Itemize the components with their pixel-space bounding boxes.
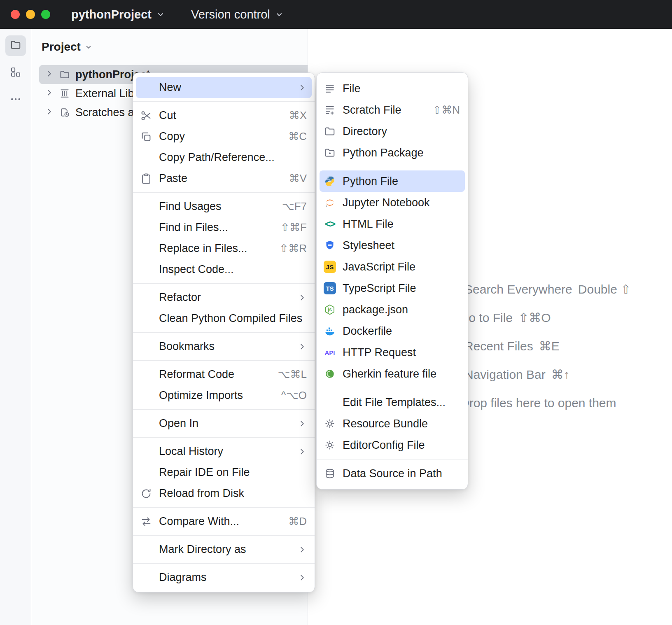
new-submenu: File Scratch File ⇧⌘N Directory Python P… [316, 72, 468, 490]
menu-separator [133, 409, 315, 410]
copy-icon [139, 130, 153, 144]
project-tool-window-button[interactable] [5, 35, 26, 56]
menu-item-repair-ide-on-file[interactable]: Repair IDE on File [136, 462, 312, 483]
submenu-item-http-request[interactable]: API HTTP Request [320, 342, 465, 363]
gear-icon [323, 438, 337, 452]
tool-window-strip [0, 29, 31, 625]
menu-item-reformat-code[interactable]: Reformat Code ⌥⌘L [136, 364, 312, 385]
chevron-right-icon [298, 293, 307, 302]
menu-item-diagrams[interactable]: Diagrams [136, 567, 312, 588]
structure-tool-window-button[interactable] [5, 63, 26, 83]
chevron-down-icon [156, 9, 166, 19]
folder-icon [59, 69, 70, 80]
scratch-file-icon [323, 103, 337, 117]
menu-item-copy-path-reference[interactable]: Copy Path/Reference... [136, 147, 312, 168]
node-hexagon-icon: js [323, 303, 337, 317]
submenu-item-directory[interactable]: Directory [320, 121, 465, 142]
gherkin-icon [323, 367, 337, 381]
submenu-item-javascript-file[interactable]: JS JavaScript File [320, 256, 465, 278]
minimize-button[interactable] [26, 10, 35, 19]
submenu-item-html-file[interactable]: <> HTML File [320, 213, 465, 235]
menu-item-optimize-imports[interactable]: Optimize Imports ^⌥O [136, 385, 312, 406]
menu-item-bookmarks[interactable]: Bookmarks [136, 336, 312, 357]
chevron-right-icon[interactable] [45, 68, 54, 81]
version-control-label: Version control [191, 8, 270, 21]
menu-item-replace-in-files[interactable]: Replace in Files... ⇧⌘R [136, 238, 312, 259]
menu-item-mark-directory-as[interactable]: Mark Directory as [136, 539, 312, 560]
library-icon [59, 88, 70, 99]
blank-icon-slot [139, 312, 153, 326]
structure-icon [9, 66, 22, 80]
chevron-right-icon [298, 419, 307, 428]
submenu-item-data-source-in-path[interactable]: Data Source in Path [320, 463, 465, 484]
blank-icon-slot [139, 340, 153, 354]
blank-icon-slot [139, 291, 153, 305]
blank-icon-slot [139, 571, 153, 585]
chevron-right-icon [298, 447, 307, 456]
compare-icon [139, 515, 153, 529]
menu-item-paste[interactable]: Paste ⌘V [136, 168, 312, 189]
submenu-item-stylesheet[interactable]: Stylesheet [320, 235, 465, 256]
menu-item-find-in-files[interactable]: Find in Files... ⇧⌘F [136, 217, 312, 238]
blank-icon-slot [139, 543, 153, 557]
menu-item-inspect-code[interactable]: Inspect Code... [136, 259, 312, 280]
hint-recent-files: Recent Files⌘E [464, 332, 631, 360]
menu-item-open-in[interactable]: Open In [136, 413, 312, 434]
menu-item-cut[interactable]: Cut ⌘X [136, 105, 312, 126]
submenu-item-typescript-file[interactable]: TS TypeScript File [320, 278, 465, 299]
menu-item-reload-from-disk[interactable]: Reload from Disk [136, 483, 312, 504]
blank-icon-slot [139, 445, 153, 459]
blank-icon-slot [139, 221, 153, 235]
blank-icon-slot [139, 389, 153, 403]
close-button[interactable] [11, 10, 20, 19]
chevron-right-icon [298, 342, 307, 351]
menu-item-compare-with[interactable]: Compare With... ⌘D [136, 511, 312, 532]
submenu-item-scratch-file[interactable]: Scratch File ⇧⌘N [320, 99, 465, 121]
project-panel-title: Project [42, 40, 81, 54]
menu-separator [133, 192, 315, 193]
submenu-item-package-json[interactable]: js package.json [320, 299, 465, 320]
paste-icon [139, 172, 153, 186]
more-tool-windows-button[interactable] [5, 90, 26, 110]
folder-icon [9, 39, 22, 53]
menu-item-refactor[interactable]: Refactor [136, 287, 312, 308]
submenu-item-jupyter-notebook[interactable]: Jupyter Notebook [320, 192, 465, 213]
menu-item-copy[interactable]: Copy ⌘C [136, 126, 312, 147]
menu-item-clean-python-compiled-files[interactable]: Clean Python Compiled Files [136, 308, 312, 329]
menu-separator [133, 283, 315, 284]
project-selector[interactable]: pythonProject [56, 8, 166, 21]
menu-separator [133, 535, 315, 536]
menu-separator [133, 332, 315, 333]
chevron-right-icon[interactable] [45, 87, 54, 100]
submenu-item-python-file[interactable]: Python File [320, 170, 465, 192]
blank-icon-slot [139, 242, 153, 256]
menu-separator [317, 388, 468, 388]
folder-icon [323, 124, 337, 138]
chevron-right-icon[interactable] [45, 106, 54, 119]
submenu-item-python-package[interactable]: Python Package [320, 142, 465, 163]
javascript-icon: JS [323, 260, 337, 274]
chevron-down-icon [84, 42, 93, 51]
submenu-item-edit-file-templates[interactable]: Edit File Templates... [320, 392, 465, 413]
scratches-icon [59, 107, 70, 118]
submenu-item-resource-bundle[interactable]: Resource Bundle [320, 413, 465, 434]
stylesheet-icon [323, 238, 337, 252]
menu-separator [133, 507, 315, 508]
blank-icon-slot [139, 151, 153, 165]
reload-icon [139, 487, 153, 501]
fullscreen-button[interactable] [41, 10, 50, 19]
submenu-item-editorconfig-file[interactable]: EditorConfig File [320, 434, 465, 456]
submenu-item-dockerfile[interactable]: Dockerfile [320, 320, 465, 342]
html-icon: <> [323, 217, 337, 231]
menu-item-find-usages[interactable]: Find Usages ⌥F7 [136, 196, 312, 217]
hint-search-everywhere: Search EverywhereDouble ⇧ [464, 275, 631, 303]
menu-item-local-history[interactable]: Local History [136, 441, 312, 462]
typescript-icon: TS [323, 281, 337, 295]
version-control-selector[interactable]: Version control [166, 8, 284, 21]
menu-separator [317, 167, 468, 167]
submenu-item-file[interactable]: File [320, 78, 465, 99]
project-panel-header[interactable]: Project [32, 29, 308, 65]
menu-item-new[interactable]: New [136, 77, 312, 98]
submenu-item-gherkin-feature-file[interactable]: Gherkin feature file [320, 363, 465, 385]
jupyter-icon [323, 196, 337, 210]
